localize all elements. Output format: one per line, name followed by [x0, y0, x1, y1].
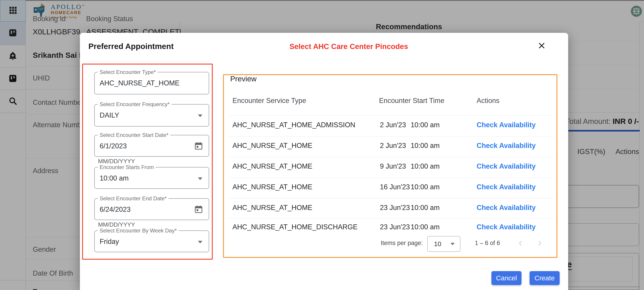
select-pincodes-link[interactable]: Select AHC Care Center Pincodes: [290, 42, 408, 51]
encounter-start-date-field[interactable]: Select Encounter Start Date* 6/1/2023: [94, 135, 209, 157]
encounter-start-date-value: 6/1/2023: [100, 142, 127, 150]
calendar-icon[interactable]: [194, 141, 203, 152]
service-type-cell: AHC_NURSE_AT_HOME_ADMISSION: [232, 121, 355, 129]
encounter-end-date-value: 6/24/2023: [100, 205, 130, 214]
column-header-actions: Actions: [476, 97, 500, 105]
check-availability-link[interactable]: Check Availability: [476, 204, 536, 212]
next-page-button[interactable]: [536, 239, 544, 248]
encounter-frequency-label: Select Encounter Frequency*: [98, 101, 172, 107]
chevron-down-icon: [198, 241, 202, 243]
encounter-type-value: AHC_NURSE_AT_HOME: [100, 79, 180, 87]
encounter-starts-from-value: 10:00 am: [100, 174, 128, 182]
end-date-format-hint: MM/DD/YYYY: [98, 221, 135, 228]
start-date-cell: 2 Jun'23: [380, 121, 406, 129]
encounter-starts-from-select[interactable]: Encounter Starts From 10:00 am: [94, 167, 209, 189]
column-header-service-type: Encounter Service Type: [232, 97, 306, 105]
start-time-cell: 10:00 am: [411, 162, 440, 170]
column-header-start-time: Encounter Start Time: [379, 97, 444, 105]
encounter-starts-from-label: Encounter Starts From: [98, 164, 156, 170]
cancel-button[interactable]: Cancel: [492, 271, 522, 285]
start-time-cell: 10:00 am: [411, 223, 440, 231]
close-icon: [538, 42, 546, 51]
start-date-cell: 16 Jun'23: [380, 183, 410, 191]
start-time-cell: 10:00 am: [411, 204, 440, 212]
chevron-down-icon: [198, 114, 202, 117]
service-type-cell: AHC_NURSE_AT_HOME: [232, 162, 312, 170]
chevron-right-icon: [536, 244, 544, 248]
previous-page-button[interactable]: [516, 239, 524, 248]
page-range-label: 1 – 6 of 6: [475, 240, 500, 247]
page-size-value: 10: [434, 240, 441, 248]
encounter-frequency-value: DAILY: [100, 111, 119, 119]
items-per-page-label: Items per page:: [333, 240, 423, 247]
preferred-appointment-dialog: Preferred Appointment Select AHC Care Ce…: [80, 33, 568, 290]
start-date-cell: 9 Jun'23: [380, 162, 406, 170]
create-button[interactable]: Create: [530, 271, 560, 285]
chevron-left-icon: [516, 244, 524, 248]
start-date-format-hint: MM/DD/YYYY: [98, 158, 135, 165]
encounter-week-day-select[interactable]: Select Encounter By Week Day* Friday: [94, 230, 209, 252]
check-availability-link[interactable]: Check Availability: [476, 223, 536, 231]
encounter-type-field[interactable]: Select Encounter Type* AHC_NURSE_AT_HOME: [94, 72, 209, 94]
preview-title: Preview: [230, 75, 256, 83]
check-availability-link[interactable]: Check Availability: [476, 142, 536, 150]
service-type-cell: AHC_NURSE_AT_HOME_DISCHARGE: [232, 223, 358, 231]
encounter-end-date-field[interactable]: Select Encounter End Date* 6/24/2023: [94, 198, 209, 220]
encounter-week-day-value: Friday: [100, 238, 119, 246]
check-availability-link[interactable]: Check Availability: [476, 121, 536, 129]
start-time-cell: 10:00 am: [411, 183, 440, 191]
encounter-week-day-label: Select Encounter By Week Day*: [98, 227, 178, 234]
encounter-type-label: Select Encounter Type*: [98, 69, 158, 75]
start-date-cell: 2 Jun'23: [380, 142, 406, 150]
chevron-down-icon: [450, 243, 454, 245]
check-availability-link[interactable]: Check Availability: [476, 162, 536, 170]
service-type-cell: AHC_NURSE_AT_HOME: [232, 142, 312, 150]
start-time-cell: 10:00 am: [411, 142, 440, 150]
calendar-icon[interactable]: [194, 205, 203, 215]
chevron-down-icon: [198, 177, 202, 180]
encounter-start-date-label: Select Encounter Start Date*: [98, 132, 170, 138]
page-size-select[interactable]: 10: [427, 236, 460, 252]
encounter-frequency-select[interactable]: Select Encounter Frequency* DAILY: [94, 104, 209, 126]
start-date-cell: 23 Jun'23: [380, 204, 410, 212]
dialog-title: Preferred Appointment: [88, 42, 174, 51]
start-date-cell: 23 Jun'23: [380, 223, 410, 231]
encounter-end-date-label: Select Encounter End Date*: [98, 195, 168, 202]
service-type-cell: AHC_NURSE_AT_HOME: [232, 183, 312, 191]
close-button[interactable]: [536, 40, 548, 52]
service-type-cell: AHC_NURSE_AT_HOME: [232, 204, 312, 212]
start-time-cell: 10:00 am: [411, 121, 440, 129]
app-root: APOLLO™ HOMECARE -We are your family-: [0, 0, 644, 290]
check-availability-link[interactable]: Check Availability: [476, 183, 536, 191]
